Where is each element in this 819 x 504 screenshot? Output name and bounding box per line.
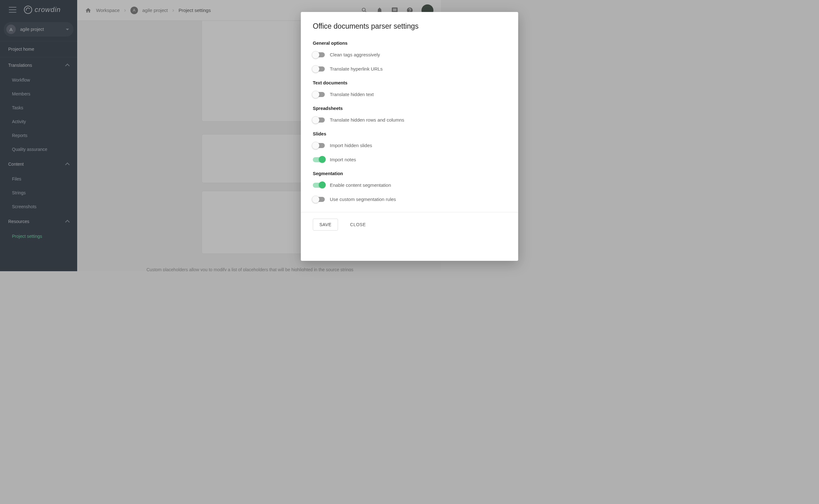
- modal-title: Office documents parser settings: [313, 22, 441, 31]
- option-label: Import notes: [330, 157, 356, 162]
- save-button[interactable]: SAVE: [313, 219, 338, 231]
- option-label: Clean tags aggressively: [330, 52, 380, 57]
- option-label: Translate hidden text: [330, 92, 374, 97]
- option-label: Translate hidden rows and columns: [330, 117, 404, 123]
- toggle-clean-tags[interactable]: [313, 52, 325, 57]
- toggle-hidden-text[interactable]: [313, 92, 325, 97]
- group-text-docs: Text documents: [313, 80, 441, 85]
- close-button[interactable]: CLOSE: [344, 219, 372, 231]
- option-clean-tags: Clean tags aggressively: [313, 52, 441, 57]
- option-import-notes: Import notes: [313, 157, 441, 162]
- option-hidden-text: Translate hidden text: [313, 92, 441, 97]
- toggle-import-notes[interactable]: [313, 157, 325, 162]
- option-label: Enable content segmentation: [330, 182, 391, 188]
- toggle-custom-segmentation[interactable]: [313, 197, 325, 202]
- parser-settings-modal: Office documents parser settings General…: [301, 12, 441, 261]
- option-label: Translate hyperlink URLs: [330, 66, 383, 72]
- option-label: Use custom segmentation rules: [330, 197, 396, 202]
- group-slides: Slides: [313, 131, 441, 136]
- toggle-content-segmentation[interactable]: [313, 183, 325, 188]
- modal-overlay: Office documents parser settings General…: [0, 0, 441, 271]
- group-spreadsheets: Spreadsheets: [313, 106, 441, 111]
- option-hyperlink-urls: Translate hyperlink URLs: [313, 66, 441, 72]
- group-segmentation: Segmentation: [313, 171, 441, 176]
- toggle-hidden-slides[interactable]: [313, 143, 325, 148]
- option-custom-segmentation: Use custom segmentation rules: [313, 197, 441, 202]
- toggle-hyperlink-urls[interactable]: [313, 66, 325, 72]
- toggle-hidden-rows-cols[interactable]: [313, 117, 325, 123]
- option-hidden-slides: Import hidden slides: [313, 143, 441, 148]
- option-content-segmentation: Enable content segmentation: [313, 182, 441, 188]
- option-label: Import hidden slides: [330, 143, 372, 148]
- option-hidden-rows-cols: Translate hidden rows and columns: [313, 117, 441, 123]
- group-general: General options: [313, 41, 441, 46]
